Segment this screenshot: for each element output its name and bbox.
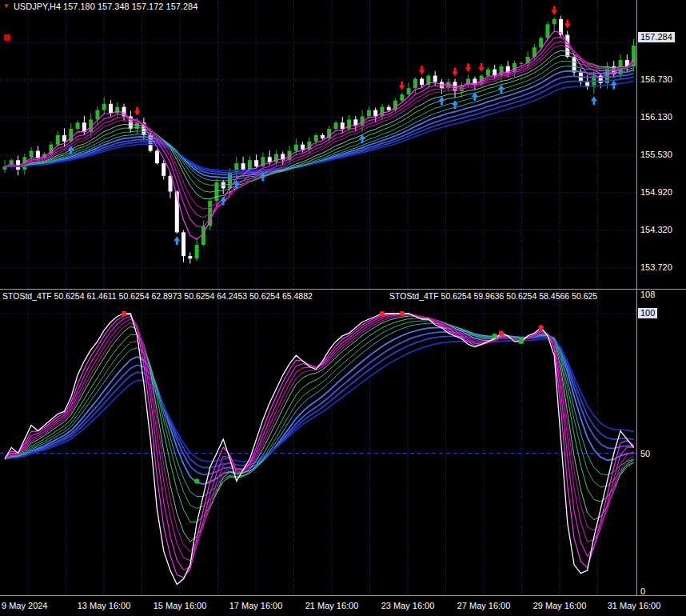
axis-label: 156.730 [640,74,672,85]
main-chart-panel[interactable] [0,0,636,290]
candle [334,122,338,129]
candle [36,151,40,158]
candle [195,245,199,258]
signal-dot-red [538,325,543,330]
ma-ribbon-line [5,77,634,173]
current-value-box: 157.284 [638,32,675,42]
time-axis-label: 29 May 16:00 [533,601,587,610]
current-value-box: 100 [638,308,657,318]
signal-dot-green [194,478,199,483]
time-axis-label: 17 May 16:00 [229,601,283,610]
time-axis-label: 15 May 16:00 [154,601,207,610]
candle [367,110,371,117]
sto-ribbon-line [5,314,634,570]
chart-title: ▼USDJPY,H4 157.180 157.348 157.172 157.2… [3,2,197,11]
candle [162,163,166,176]
candle [30,151,34,158]
sell-arrow-icon [452,67,458,76]
candle [16,160,20,170]
ma-ribbon-line [5,42,634,218]
time-axis-label: 13 May 16:00 [78,601,131,610]
candle [572,57,576,73]
candle [155,151,159,164]
time-axis-divider [0,595,686,596]
axis-label: 154.320 [640,225,672,235]
sell-arrow-icon [134,107,141,116]
candle [347,119,351,129]
candle [321,135,325,138]
signal-dot-green [519,339,524,344]
candle [552,19,556,24]
symbol-marker-icon: ▼ [3,2,10,10]
signal-dot-red [122,311,126,316]
sell-arrow-icon [551,6,557,15]
candle [400,94,404,101]
signal-dot-red [400,311,405,316]
candle [420,78,424,85]
sto-ribbon-line [5,328,634,484]
axis-label: 153.720 [640,262,672,273]
candle [413,78,417,88]
candle [274,154,278,162]
sto-ribbon-line [5,315,634,552]
candle [301,145,305,150]
candle [109,104,113,114]
candle [341,122,345,129]
candle [62,135,66,142]
candle [95,110,99,120]
axis-label: 154.920 [640,187,672,198]
candle [314,135,318,142]
indicator-label-2: STOStd_4TF 50.6254 59.9636 50.6254 58.45… [389,291,597,301]
candle [76,122,80,129]
time-axis-label: 31 May 16:00 [608,601,661,610]
candle [56,135,60,145]
signal-dot-red [380,311,385,316]
sell-arrow-icon [465,63,472,72]
time-axis-label: 23 May 16:00 [381,601,435,610]
candle [248,160,252,170]
indicator-panel[interactable] [0,290,636,595]
candle [241,163,245,170]
candle [407,88,411,94]
ma-ribbon-line [5,50,634,199]
candle [539,38,543,48]
time-scale[interactable]: 9 May 202413 May 16:0015 May 16:0017 May… [0,596,686,616]
axis-label: 156.130 [640,112,672,122]
buy-arrow-icon [438,96,445,105]
axis-label: 155.530 [640,150,672,160]
sto-ribbon-line [5,314,634,561]
signal-dot-red [499,330,504,335]
sell-arrow-icon [419,66,425,74]
sto-main-line [5,314,634,585]
axis-label: 50 [640,449,650,459]
sell-arrow-icon [564,20,571,29]
sto-ribbon-line [5,339,634,462]
signal-dot-green [493,334,497,338]
axis-label: 108 [640,290,655,300]
panel-resize-divider[interactable] [0,289,686,290]
candle [102,104,106,110]
time-axis-label: 21 May 16:00 [305,601,359,610]
candle [234,163,238,173]
price-scale[interactable]: 157.284156.730156.130155.530154.920154.3… [637,0,686,595]
axis-divider [636,0,637,595]
candle [433,76,437,82]
buy-arrow-icon [498,85,505,94]
candle [294,145,298,151]
sell-arrow-icon [478,63,485,72]
candle [181,232,185,256]
buy-arrow-icon [173,236,180,245]
candle [380,107,384,117]
buy-arrow-icon [611,80,617,89]
candle [545,24,549,38]
candle [268,157,272,162]
indicator-label-1: STOStd_4TF 50.6254 61.4611 50.6254 62.89… [2,291,313,301]
candle [519,63,523,64]
edge-red-marker-icon [4,34,10,41]
candle [486,70,490,76]
candle [188,256,192,258]
buy-arrow-icon [591,96,597,105]
time-axis-label: 9 May 2024 [2,601,47,610]
terminal-window: ▼USDJPY,H4 157.180 157.348 157.172 157.2… [0,0,686,616]
time-axis-label: 27 May 16:00 [457,601,511,610]
